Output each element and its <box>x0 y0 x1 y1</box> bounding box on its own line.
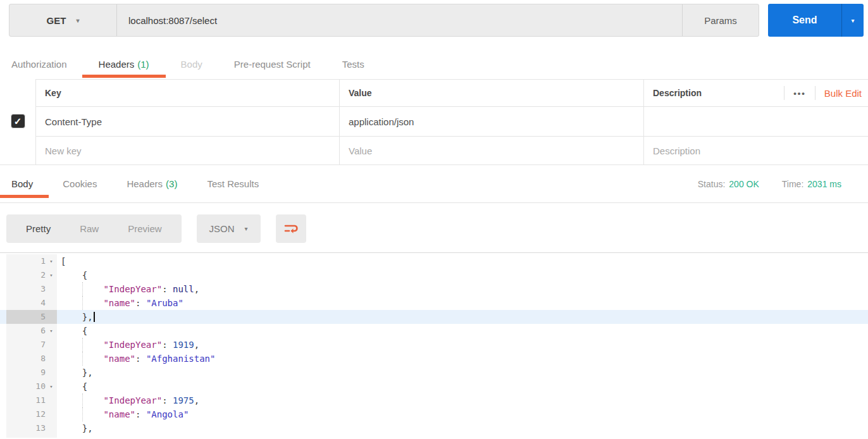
header-key-cell[interactable]: Content-Type <box>36 106 340 136</box>
code-line[interactable]: 9 }, <box>0 366 868 380</box>
tab-count-badge: (3) <box>166 178 177 189</box>
code-token: , <box>194 395 199 405</box>
indent-guide-line <box>82 338 83 352</box>
line-number: 14 <box>6 435 46 438</box>
response-body-editor[interactable]: 1▾[2▾ {3 "IndepYear": null,4 "name": "Ar… <box>0 252 868 438</box>
code-line[interactable]: 13 }, <box>0 421 868 435</box>
tab-headers[interactable]: Headers(1) <box>99 59 149 70</box>
code-content: { <box>57 324 868 338</box>
code-token: : <box>135 354 146 364</box>
method-dropdown[interactable]: GET ▾ <box>9 4 117 36</box>
code-token: [ <box>61 256 66 266</box>
response-tab-body[interactable]: Body <box>11 178 33 189</box>
header-description-cell[interactable] <box>644 106 868 136</box>
language-dropdown[interactable]: JSON ▾ <box>197 214 261 243</box>
line-number: 8 <box>6 352 46 366</box>
code-line[interactable]: 6▾ { <box>0 324 868 338</box>
new-key-cell <box>36 136 340 164</box>
view-mode-preview[interactable]: Preview <box>113 214 176 243</box>
row-enabled-checkbox[interactable]: ✓ <box>11 114 25 128</box>
line-gutter: 2▾ <box>6 268 57 282</box>
code-line[interactable]: 7 "IndepYear": 1919, <box>0 338 868 352</box>
header-value-cell[interactable]: application/json <box>340 106 644 136</box>
code-token: { <box>61 326 87 336</box>
request-tabs: AuthorizationHeaders(1)BodyPre-request S… <box>0 52 868 76</box>
response-tab-test-results[interactable]: Test Results <box>207 178 259 189</box>
code-line[interactable]: 8 "name": "Afghanistan" <box>0 352 868 366</box>
line-number: 12 <box>6 407 46 421</box>
new-value-input[interactable] <box>349 145 643 156</box>
code-line[interactable]: 14▾ { <box>0 435 868 438</box>
send-split-button: Send ▾ <box>768 4 864 37</box>
new-description-cell <box>644 136 868 164</box>
tab-label: Cookies <box>63 178 97 189</box>
new-description-input[interactable] <box>653 145 868 156</box>
view-mode-pretty[interactable]: Pretty <box>11 214 65 243</box>
code-line[interactable]: 1▾[ <box>0 254 868 268</box>
code-content: { <box>57 380 868 393</box>
code-line[interactable]: 4 "name": "Aruba" <box>0 296 868 310</box>
response-tab-headers[interactable]: Headers(3) <box>127 178 177 189</box>
code-token: , <box>194 284 199 294</box>
checkbox-column-header <box>0 79 36 106</box>
code-token: "Angola" <box>146 409 189 419</box>
url-input[interactable]: localhost:8087/select <box>117 4 682 36</box>
bulk-edit-link[interactable]: Bulk Edit <box>824 88 862 99</box>
code-content: }, <box>57 310 868 324</box>
code-line[interactable]: 3 "IndepYear": null, <box>0 282 868 296</box>
line-gutter: 10▾ <box>6 380 57 393</box>
wrap-text-button[interactable] <box>276 214 306 243</box>
line-number: 10 <box>6 380 46 393</box>
time-badge: Time:2031 ms <box>782 179 841 189</box>
line-number: 3 <box>6 282 46 296</box>
params-button[interactable]: Params <box>682 4 759 36</box>
tab-body[interactable]: Body <box>181 59 202 70</box>
code-line[interactable]: 11 "IndepYear": 1975, <box>0 393 868 407</box>
response-tab-cookies[interactable]: Cookies <box>63 178 97 189</box>
time-value: 2031 ms <box>807 179 841 189</box>
code-token: "name" <box>103 354 135 364</box>
fold-arrow-icon[interactable]: ▾ <box>46 254 57 268</box>
line-gutter: 13 <box>6 421 57 435</box>
tab-pre-request-script[interactable]: Pre-request Script <box>234 59 311 70</box>
send-button[interactable]: Send <box>768 4 842 37</box>
line-gutter: 3 <box>6 282 57 296</box>
code-token: "Afghanistan" <box>146 354 216 364</box>
code-line[interactable]: 10▾ { <box>0 380 868 393</box>
code-line[interactable]: 5 }, <box>0 310 868 324</box>
more-options-icon[interactable]: ••• <box>793 89 806 98</box>
tab-tests[interactable]: Tests <box>342 59 364 70</box>
code-line[interactable]: 12 "name": "Angola" <box>0 407 868 421</box>
line-gutter: 8 <box>6 352 57 366</box>
line-number: 9 <box>6 366 46 380</box>
line-gutter: 4 <box>6 296 57 310</box>
fold-arrow-icon[interactable]: ▾ <box>46 324 57 338</box>
code-content: "IndepYear": 1975, <box>57 393 868 407</box>
fold-arrow-icon[interactable]: ▾ <box>46 268 57 282</box>
response-header: BodyCookiesHeaders(3)Test Results Status… <box>0 165 868 203</box>
status-badge: Status:200 OK <box>698 179 759 189</box>
line-gutter: 12 <box>6 407 57 421</box>
code-token: : <box>135 409 146 419</box>
send-options-button[interactable]: ▾ <box>842 4 864 37</box>
tab-authorization[interactable]: Authorization <box>11 59 67 70</box>
code-token: "IndepYear" <box>103 284 162 294</box>
fold-arrow-icon[interactable]: ▾ <box>46 435 57 438</box>
chevron-down-icon: ▾ <box>851 17 854 24</box>
code-token: "IndepYear" <box>103 395 162 405</box>
code-content: [ <box>57 254 868 268</box>
indent-guide-line <box>82 352 83 366</box>
wrap-text-icon <box>283 223 299 235</box>
line-number: 5 <box>6 310 46 324</box>
indent-guide-line <box>82 407 83 421</box>
status-value: 200 OK <box>729 179 759 189</box>
code-token: , <box>194 340 199 350</box>
new-key-input[interactable] <box>45 145 339 156</box>
code-token: "name" <box>103 409 135 419</box>
code-content: "IndepYear": null, <box>57 282 868 296</box>
fold-arrow-icon[interactable]: ▾ <box>46 380 57 393</box>
chevron-down-icon: ▾ <box>245 225 248 232</box>
code-line[interactable]: 2▾ { <box>0 268 868 282</box>
view-mode-raw[interactable]: Raw <box>65 214 113 243</box>
code-content: "name": "Angola" <box>57 407 868 421</box>
